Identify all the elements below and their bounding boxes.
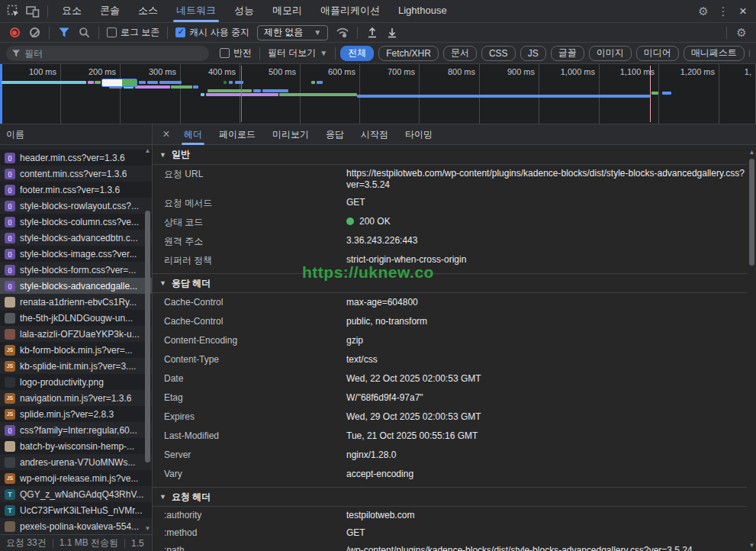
main-tab-4[interactable]: 네트워크 <box>167 0 225 23</box>
request-row[interactable]: {}style-blocks-form.css?ver=... <box>0 262 152 278</box>
request-list-scrollbar[interactable]: ▲ ▼ <box>143 145 152 534</box>
filter-chip-2[interactable]: Fetch/XHR <box>378 46 439 61</box>
main-tab-1[interactable]: 요소 <box>53 0 91 23</box>
request-name: pexels-polina-kovaleva-554... <box>20 521 139 532</box>
headers-panel: ▼일반요청 URLhttps://testpilotweb.com/wp-con… <box>153 145 756 551</box>
timeline-gridline <box>539 64 539 124</box>
request-row[interactable]: renata-a1drienn-ebvCs1Ry... <box>0 294 152 310</box>
filter-icon[interactable] <box>54 24 74 42</box>
filter-chip-9[interactable]: 매니페스트 <box>684 46 745 61</box>
request-row[interactable]: JSkb-form-block.min.js?ver=... <box>0 342 152 358</box>
header-row: Varyaccept-encoding <box>153 465 747 484</box>
search-icon[interactable] <box>74 24 94 42</box>
filter-chip-7[interactable]: 이미지 <box>589 46 632 61</box>
request-row[interactable]: JSwp-emoji-release.min.js?ve... <box>0 470 152 486</box>
filter-input-pill[interactable] <box>6 46 209 61</box>
request-row[interactable]: pexels-polina-kovaleva-554... <box>0 518 152 534</box>
more-filters-button[interactable]: 필터 더보기 ▼ <box>265 47 330 60</box>
scroll-up-icon[interactable]: ▲ <box>143 147 152 155</box>
filter-chip-5[interactable]: JS <box>520 46 546 61</box>
request-row[interactable]: {}style-blocks-advancedbtn.c... <box>0 230 152 246</box>
request-row[interactable]: the-5th-jkDLNDGougw-un... <box>0 310 152 326</box>
request-row[interactable]: batch-by-wisconsin-hemp-... <box>0 438 152 454</box>
request-row[interactable]: andres-urena-V7UoMNWs... <box>0 454 152 470</box>
name-column-header[interactable]: 이름 <box>0 124 152 145</box>
request-row[interactable]: {}header.min.css?ver=1.3.6 <box>0 150 152 166</box>
detail-tab-1[interactable]: 헤더 <box>175 124 211 145</box>
request-row[interactable]: {}style-blocks-advancedgalle... <box>0 278 152 294</box>
css-file-icon: {} <box>5 233 15 243</box>
request-name: style-blocks-form.css?ver=... <box>20 265 136 276</box>
filter-chip-4[interactable]: CSS <box>481 46 516 61</box>
clear-icon[interactable] <box>24 24 44 42</box>
collapse-triangle-icon: ▼ <box>159 279 166 287</box>
filter-chip-6[interactable]: 글꼴 <box>551 46 584 61</box>
detail-scrollbar[interactable]: ▲ ▼ <box>748 145 756 551</box>
request-row[interactable]: JSkb-splide-init.min.js?ver=3.... <box>0 358 152 374</box>
request-row[interactable]: JSnavigation.min.js?ver=1.3.6 <box>0 390 152 406</box>
section-header-2[interactable]: ▼응답 헤더 <box>153 273 747 293</box>
request-row[interactable]: lala-azizli-OFZUaeYKP3k-u... <box>0 326 152 342</box>
preserve-log-checkbox[interactable]: 로그 보존 <box>104 26 162 39</box>
request-row[interactable]: {}style-blocks-image.css?ver... <box>0 246 152 262</box>
invert-checkbox[interactable]: 반전 <box>217 47 255 60</box>
more-menu-icon[interactable]: ⋮ <box>713 2 733 21</box>
filter-chip-8[interactable]: 미디어 <box>636 46 679 61</box>
main-tab-6[interactable]: 메모리 <box>263 0 311 23</box>
detail-tab-2[interactable]: 페이로드 <box>211 124 264 145</box>
request-row[interactable]: {}content.min.css?ver=1.3.6 <box>0 166 152 182</box>
request-name: kb-form-block.min.js?ver=... <box>20 345 133 356</box>
main-tab-2[interactable]: 콘솔 <box>91 0 129 23</box>
detail-tab-4[interactable]: 응답 <box>317 124 352 145</box>
export-har-icon[interactable] <box>382 24 402 42</box>
close-detail-icon[interactable]: × <box>157 127 175 141</box>
request-list-pane: 이름 {}style.min.css?ver=...{}header.min.c… <box>0 124 153 551</box>
waterfall-bar <box>2 81 86 84</box>
section-header-1[interactable]: ▼일반 <box>153 145 747 165</box>
device-toolbar-icon[interactable] <box>23 2 43 21</box>
scrollbar-thumb[interactable] <box>749 159 754 266</box>
main-tab-5[interactable]: 성능 <box>225 0 263 23</box>
request-row[interactable]: {}style-blocks-rowlayout.css?... <box>0 198 152 214</box>
settings-gear-icon[interactable]: ⚙ <box>693 2 713 21</box>
detail-tab-3[interactable]: 미리보기 <box>264 124 317 145</box>
scrollbar-thumb[interactable] <box>145 211 150 462</box>
filter-input[interactable] <box>24 48 203 59</box>
network-overview-timeline[interactable]: 100 ms200 ms300 ms400 ms500 ms600 ms700 … <box>0 64 756 124</box>
request-row[interactable]: {}footer.min.css?ver=1.3.6 <box>0 182 152 198</box>
section-title: 일반 <box>172 148 190 161</box>
status-divider <box>124 539 125 548</box>
network-settings-gear-icon[interactable]: ⚙ <box>732 24 751 42</box>
close-icon[interactable]: × <box>733 2 753 21</box>
import-har-icon[interactable] <box>362 24 382 42</box>
record-icon[interactable] <box>5 24 24 42</box>
scroll-down-icon[interactable]: ▼ <box>748 541 756 549</box>
request-row[interactable]: TUcC73FwrK3iLTeHuS_nVMr... <box>0 502 152 518</box>
image-thumbnail <box>5 377 15 388</box>
inspect-element-icon[interactable] <box>3 2 23 21</box>
main-tab-7[interactable]: 애플리케이션 <box>311 0 389 23</box>
timeline-tick-label: 1,100 ms <box>620 67 658 76</box>
filter-chip-3[interactable]: 문서 <box>443 46 477 61</box>
status-dot-icon <box>346 218 354 225</box>
request-row[interactable]: {}style-blocks-column.css?ve... <box>0 214 152 230</box>
disable-cache-checkbox[interactable]: 캐시 사용 중지 <box>172 26 253 39</box>
timeline-tick-label: 600 ms <box>328 67 359 76</box>
section-header-3[interactable]: ▼요청 헤더 <box>153 487 747 507</box>
request-row[interactable]: JSsplide.min.js?ver=2.8.3 <box>0 406 152 422</box>
scroll-up-icon[interactable]: ▲ <box>748 148 756 156</box>
request-row[interactable]: logo-productivity.png <box>0 374 152 390</box>
filter-chip-1[interactable]: 전체 <box>340 46 374 61</box>
waterfall-bar <box>311 81 315 84</box>
detail-tab-5[interactable]: 시작점 <box>352 124 397 145</box>
waterfall-bar <box>207 89 252 92</box>
scroll-down-icon[interactable]: ▼ <box>143 524 152 533</box>
network-conditions-icon[interactable] <box>333 24 352 42</box>
request-row[interactable]: {}css?family=Inter:regular,60... <box>0 422 152 438</box>
main-tab-8[interactable]: Lighthouse <box>389 0 456 23</box>
request-row[interactable]: TQGY_z_wNahGAdqQ43RhV... <box>0 486 152 502</box>
main-tab-3[interactable]: 소스 <box>129 0 167 23</box>
filter-chip-10[interactable]: 소켓 <box>749 46 750 61</box>
detail-tab-6[interactable]: 타이밍 <box>397 124 441 145</box>
throttling-dropdown[interactable]: 제한 없음 ▼ <box>257 25 328 40</box>
